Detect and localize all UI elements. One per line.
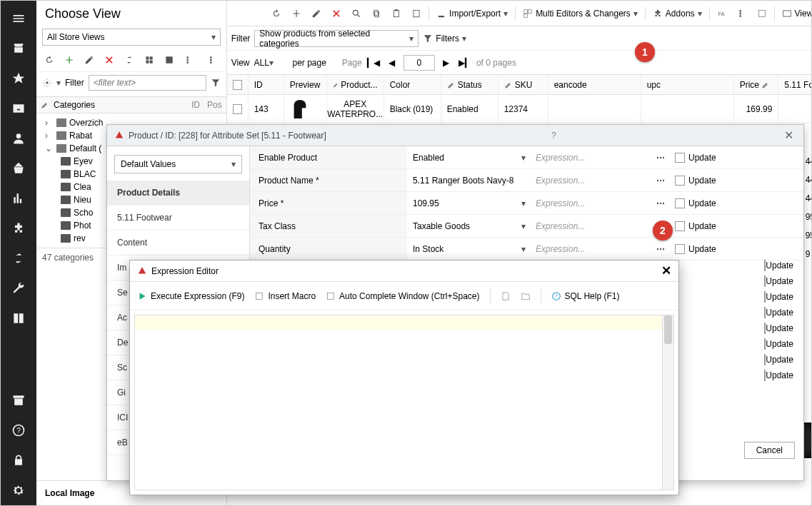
tool-sort-button[interactable] xyxy=(733,4,751,24)
store-select[interactable]: All Store Views xyxy=(42,29,221,46)
store-icon[interactable] xyxy=(1,34,36,64)
col-upc[interactable]: upc xyxy=(641,75,734,94)
update-checkbox[interactable] xyxy=(671,221,688,231)
col-eancode[interactable]: eancode xyxy=(548,75,641,94)
tab-511-footwear[interactable]: 5.11 Footwear xyxy=(107,206,249,231)
select-all-checkbox[interactable] xyxy=(233,80,242,90)
filter-funnel-icon[interactable] xyxy=(211,78,221,88)
plugin-icon[interactable] xyxy=(1,213,36,243)
cancel-button[interactable]: Cancel xyxy=(744,442,795,459)
star-icon[interactable] xyxy=(1,64,36,93)
expression-textarea[interactable] xyxy=(134,315,674,490)
more-button[interactable]: ⋯ xyxy=(650,244,671,254)
close-icon[interactable]: ✕ xyxy=(781,128,796,142)
swap-icon[interactable] xyxy=(122,53,136,67)
filter-input[interactable] xyxy=(89,75,206,91)
scrollbar[interactable] xyxy=(662,315,673,490)
tool-fa-button[interactable]: FA xyxy=(713,4,731,24)
archive-icon[interactable] xyxy=(1,385,36,415)
edit-icon[interactable] xyxy=(82,53,96,67)
first-page-icon[interactable]: ▎◀ xyxy=(366,56,381,70)
autocomplete-button[interactable]: Auto Complete Window (Ctrl+Space) xyxy=(326,291,479,301)
save-expr-button[interactable] xyxy=(501,291,511,301)
menu-icon[interactable] xyxy=(1,4,36,34)
insert-macro-button[interactable]: Insert Macro xyxy=(254,291,316,301)
update-checkbox[interactable] xyxy=(671,153,688,163)
field-value[interactable]: In Stock xyxy=(407,244,536,254)
expression-placeholder[interactable]: Expression... xyxy=(536,153,650,163)
open-expr-button[interactable] xyxy=(521,291,531,301)
add-button[interactable] xyxy=(287,4,306,24)
chevron-down-icon[interactable] xyxy=(56,78,61,88)
update-checkbox[interactable] xyxy=(671,198,688,208)
update-checkbox[interactable] xyxy=(671,176,688,186)
execute-button[interactable]: Execute Expression (F9) xyxy=(137,291,244,301)
field-value[interactable]: 109.95 xyxy=(407,198,536,208)
help-button[interactable]: ? xyxy=(544,131,563,141)
sort-asc-icon[interactable] xyxy=(202,53,216,67)
add-icon[interactable] xyxy=(62,53,76,67)
more-button[interactable]: ⋯ xyxy=(650,176,671,186)
tool-misc-button[interactable] xyxy=(753,4,771,24)
field-value[interactable]: 5.11 Ranger Boots Navy-8 xyxy=(407,176,536,186)
col-preview[interactable]: Preview xyxy=(284,75,327,94)
transfer-icon[interactable] xyxy=(1,243,36,273)
last-page-icon[interactable]: ▶▎ xyxy=(458,56,472,70)
row-checkbox[interactable] xyxy=(233,104,242,114)
refresh-icon[interactable] xyxy=(42,53,56,67)
col-color[interactable]: Color xyxy=(384,75,441,94)
expression-placeholder[interactable]: Expression... xyxy=(536,176,650,186)
settings-icon[interactable] xyxy=(42,78,52,88)
page-input[interactable] xyxy=(404,55,435,71)
more-button[interactable]: ⋯ xyxy=(650,198,671,208)
more-button[interactable]: ⋯ xyxy=(650,153,671,163)
inbox-icon[interactable] xyxy=(1,93,36,123)
grid-icon[interactable] xyxy=(142,53,156,67)
col-sku[interactable]: SKU xyxy=(498,75,548,94)
lock-icon[interactable] xyxy=(1,445,36,475)
tab-product-details[interactable]: Product Details xyxy=(107,181,249,206)
delete-icon[interactable] xyxy=(102,53,116,67)
update-checkbox[interactable] xyxy=(671,244,688,254)
close-icon[interactable]: ✕ xyxy=(661,263,671,278)
clipboard-button[interactable] xyxy=(407,4,426,24)
addons-button[interactable]: Addons xyxy=(648,4,706,24)
table-row[interactable]: 143 APEXWATERPRO... Black (019) Enabled … xyxy=(227,95,812,123)
next-page-icon[interactable]: ▶ xyxy=(439,56,453,70)
expression-placeholder[interactable]: Expression... xyxy=(536,244,650,254)
import-export-button[interactable]: Import/Export xyxy=(432,4,512,24)
image-icon[interactable] xyxy=(162,53,176,67)
view-button[interactable]: View xyxy=(778,4,812,24)
chart-icon[interactable] xyxy=(1,183,36,213)
delete-button[interactable] xyxy=(327,4,346,24)
field-value[interactable]: Taxable Goods xyxy=(407,221,536,231)
filters-button[interactable]: Filters xyxy=(423,34,466,44)
col-id[interactable]: ID xyxy=(249,75,284,94)
sort-desc-icon[interactable] xyxy=(182,53,196,67)
col-511[interactable]: 5.11 Fo... xyxy=(778,75,812,94)
field-value[interactable]: Enabled xyxy=(407,153,536,163)
sql-help-button[interactable]: ?SQL Help (F1) xyxy=(551,291,620,301)
default-values-select[interactable]: Default Values xyxy=(114,155,242,173)
multi-editors-button[interactable]: Multi Editors & Changers xyxy=(518,4,642,24)
refresh-button[interactable] xyxy=(267,4,286,24)
help-icon[interactable]: ? xyxy=(1,415,36,445)
col-price[interactable]: Price xyxy=(734,75,779,94)
filter-combo[interactable]: Show products from selected categories xyxy=(254,30,418,47)
basket-icon[interactable] xyxy=(1,153,36,183)
wrench-icon[interactable] xyxy=(1,273,36,303)
edit-button[interactable] xyxy=(307,4,326,24)
col-status[interactable]: Status xyxy=(441,75,498,94)
copy-button[interactable] xyxy=(367,4,386,24)
paste-button[interactable] xyxy=(387,4,406,24)
expression-placeholder[interactable]: Expression... xyxy=(536,221,650,231)
search-button[interactable] xyxy=(347,4,366,24)
tab-content[interactable]: Content xyxy=(107,231,249,255)
col-product[interactable]: Product... xyxy=(327,75,384,94)
prev-page-icon[interactable]: ◀ xyxy=(385,56,399,70)
expression-placeholder[interactable]: Expression... xyxy=(536,198,650,208)
user-icon[interactable] xyxy=(1,123,36,153)
gear-icon[interactable] xyxy=(1,475,36,505)
book-icon[interactable] xyxy=(1,303,36,333)
view-all-select[interactable]: ALL xyxy=(254,58,288,68)
